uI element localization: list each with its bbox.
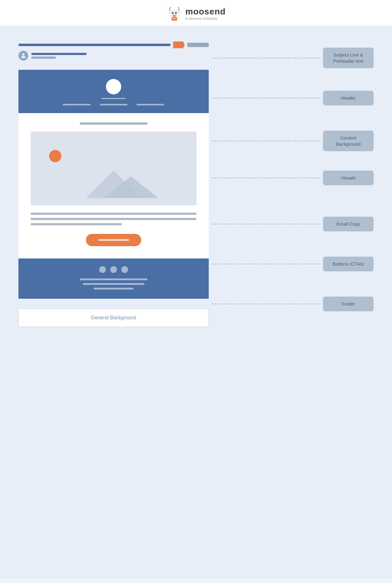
footer-label-box[interactable]: Footer	[323, 297, 374, 311]
layout-row: General Background Subject Line & Prehea…	[18, 38, 374, 361]
svg-rect-14	[56, 198, 172, 205]
header-nav-item	[100, 104, 127, 105]
cta-wrapper	[31, 234, 196, 249]
header-nav-item	[137, 104, 164, 105]
header-label-text: Header	[341, 95, 356, 100]
connector-cta	[212, 264, 320, 264]
visuals-label-text: Visuals	[341, 175, 355, 180]
subject-tag	[173, 41, 185, 48]
email-copy-label-box[interactable]: Email Copy	[323, 217, 374, 231]
svg-point-8	[172, 14, 177, 17]
preheader-lines	[31, 53, 87, 59]
cta-button-line	[98, 239, 129, 241]
social-icon-1	[99, 266, 106, 273]
text-line-2	[31, 218, 196, 220]
text-lines	[31, 213, 196, 225]
label-subject-item: Subject Line & Preheader text	[212, 48, 374, 68]
cta-button-mockup	[86, 234, 141, 246]
footer-line-3	[94, 288, 134, 290]
image-placeholder	[31, 132, 196, 205]
label-content-bg-item: Content Background	[212, 131, 374, 151]
svg-point-3	[178, 10, 181, 14]
footer-lines	[28, 278, 200, 290]
cta-label-box[interactable]: Buttons (CTAs)	[323, 257, 374, 271]
mountain-svg	[31, 153, 196, 205]
main-content: General Background Subject Line & Prehea…	[0, 26, 392, 578]
svg-point-6	[172, 12, 173, 14]
connector-header	[212, 98, 320, 98]
avatar	[18, 51, 28, 61]
general-background-label: General Background	[91, 315, 136, 321]
header-nav	[63, 104, 164, 105]
labels-column: Subject Line & Preheader text Header Con…	[212, 38, 374, 361]
svg-point-2	[168, 10, 171, 14]
email-copy-label-text: Email Copy	[336, 221, 360, 227]
header-label-box[interactable]: Header	[323, 91, 374, 105]
email-footer-section	[18, 258, 209, 299]
footer-label-text: Footer	[342, 301, 355, 306]
preheader-line-1	[31, 53, 87, 55]
logo-text-area: moosend a sitecore company	[185, 7, 226, 20]
svg-point-9	[173, 15, 174, 16]
header-nav-item	[63, 104, 91, 105]
footer-social	[28, 266, 200, 273]
connector-visuals	[212, 178, 320, 178]
person-icon	[21, 53, 26, 58]
content-bg-label-box[interactable]: Content Background	[323, 131, 374, 151]
connector-email-copy	[212, 224, 320, 224]
label-visuals-item: Visuals	[212, 171, 374, 185]
social-icon-3	[121, 266, 128, 273]
email-header-section	[18, 70, 209, 113]
subject-label-text: Subject Line & Preheader text	[333, 52, 363, 64]
label-email-copy-item: Email Copy	[212, 217, 374, 231]
footer-line-2	[83, 283, 144, 285]
cta-label-text: Buttons (CTAs)	[333, 261, 364, 266]
svg-point-7	[175, 12, 177, 14]
svg-point-10	[175, 15, 176, 16]
subject-bar	[18, 44, 171, 46]
logo-area: moosend a sitecore company	[166, 6, 226, 22]
general-background-button[interactable]: General Background	[18, 309, 209, 327]
label-cta-item: Buttons (CTAs)	[212, 257, 374, 271]
text-line-3	[31, 223, 122, 225]
preheader-line-2	[31, 57, 56, 59]
connector-subject	[212, 58, 320, 58]
email-mockup: General Background	[18, 38, 209, 327]
top-header: moosend a sitecore company	[0, 0, 392, 26]
visuals-label-box[interactable]: Visuals	[323, 171, 374, 185]
content-bg-label-text: Content Background	[336, 135, 360, 147]
label-footer-item: Footer	[212, 297, 374, 311]
subject-line-row	[18, 41, 209, 48]
preheader-row	[18, 51, 209, 61]
social-icon-2	[110, 266, 117, 273]
footer-line-1	[80, 278, 147, 280]
connector-footer	[212, 304, 320, 304]
logo-sub: a sitecore company	[185, 17, 226, 20]
email-card	[18, 70, 209, 299]
connector-content-bg	[212, 141, 320, 141]
header-logo-line	[101, 98, 126, 99]
subject-area	[18, 38, 209, 67]
subject-label-box[interactable]: Subject Line & Preheader text	[323, 48, 374, 68]
label-header-item: Header	[212, 91, 374, 105]
content-title-bar	[80, 122, 147, 125]
header-avatar	[106, 79, 121, 94]
text-line-1	[31, 213, 196, 215]
subject-small-bar	[187, 43, 209, 47]
moosend-logo-icon	[166, 6, 182, 22]
logo-name: moosend	[185, 7, 226, 17]
email-content-section	[18, 113, 209, 258]
